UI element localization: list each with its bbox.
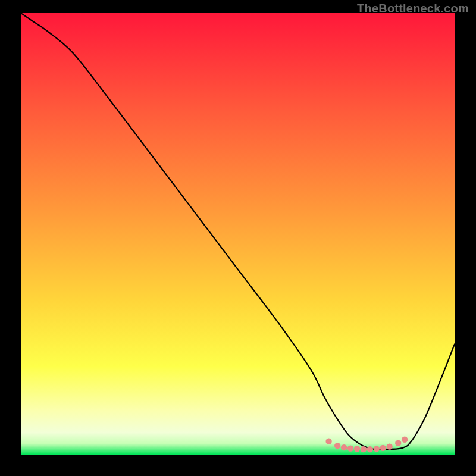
marker-dot bbox=[374, 446, 380, 452]
marker-dot bbox=[325, 439, 331, 444]
gradient-background bbox=[21, 13, 455, 455]
watermark-text: TheBottleneck.com bbox=[357, 2, 469, 15]
marker-dot bbox=[380, 445, 386, 451]
marker-dot bbox=[395, 440, 401, 446]
marker-dot bbox=[386, 443, 392, 449]
marker-dot bbox=[341, 444, 347, 450]
marker-dot bbox=[347, 445, 353, 451]
marker-dot bbox=[367, 446, 373, 452]
marker-dot bbox=[402, 437, 408, 443]
plot-svg bbox=[21, 13, 455, 455]
marker-dot bbox=[354, 446, 360, 452]
marker-dot bbox=[361, 446, 367, 452]
plot-area bbox=[21, 13, 455, 455]
marker-dot bbox=[334, 443, 340, 449]
chart-container: TheBottleneck.com bbox=[0, 0, 476, 476]
